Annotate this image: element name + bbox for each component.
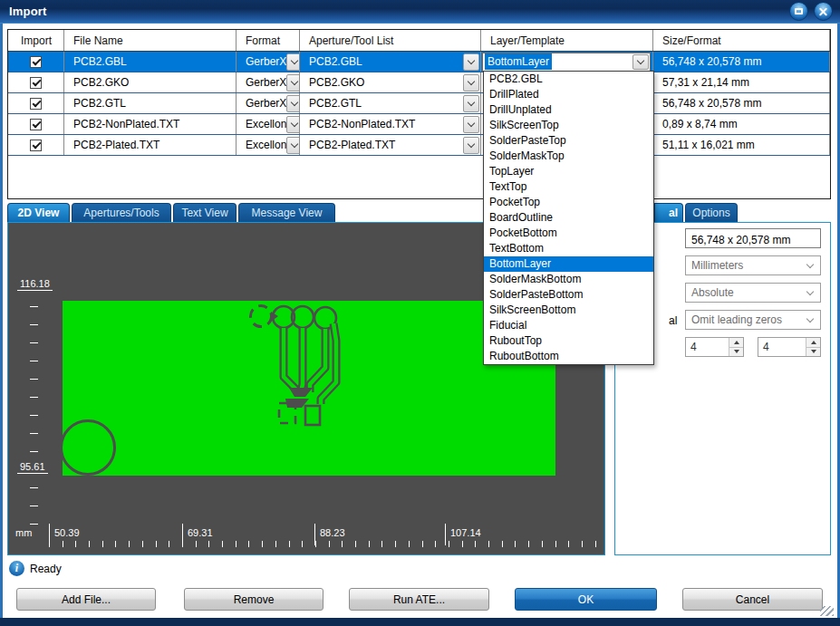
- aperture-value: PCB2.GKO: [300, 76, 364, 89]
- column-header-format[interactable]: Format: [237, 30, 300, 51]
- dropdown-item[interactable]: SilkScreenTop: [484, 118, 653, 133]
- pcb-trace-drawing: [246, 303, 345, 435]
- add-file-button[interactable]: Add File...: [16, 588, 156, 611]
- dropdown-item[interactable]: PocketBottom: [484, 226, 653, 241]
- aperture-dropdown-button[interactable]: [463, 116, 479, 133]
- maximize-icon: [795, 8, 803, 14]
- dropdown-item[interactable]: Fiducial: [484, 318, 653, 333]
- leading-zeros-select[interactable]: Omit leading zeros: [685, 310, 821, 330]
- format-dropdown-button[interactable]: [286, 95, 300, 112]
- dropdown-item[interactable]: SolderPasteBottom: [484, 287, 653, 303]
- dropdown-item[interactable]: SilkScreenBottom: [484, 303, 653, 318]
- column-header-size[interactable]: Size/Format: [653, 30, 830, 51]
- dropdown-item[interactable]: SolderMaskBottom: [484, 272, 653, 287]
- aperture-dropdown-button[interactable]: [463, 74, 479, 91]
- dropdown-item[interactable]: BoardOutline: [484, 210, 653, 226]
- format-dropdown-button[interactable]: [286, 53, 300, 71]
- table-row[interactable]: PCB2-Plated.TXT Excellon PCB2-Plated.TXT…: [8, 135, 830, 156]
- ruler-x-label: 88.23: [320, 527, 345, 538]
- table-row[interactable]: PCB2.GBL GerberX PCB2.GBL BottomLayer 56…: [8, 52, 830, 72]
- tab-text-view[interactable]: Text View: [173, 203, 237, 222]
- info-icon: i: [9, 561, 24, 576]
- dropdown-item[interactable]: RuboutTop: [484, 333, 653, 349]
- import-checkbox[interactable]: [30, 140, 42, 151]
- layer-dropdown-button[interactable]: [632, 54, 649, 70]
- dropdown-item[interactable]: SolderMaskTop: [484, 149, 653, 164]
- aperture-dropdown-button[interactable]: [463, 95, 479, 112]
- format-dropdown-button[interactable]: [286, 116, 300, 133]
- import-checkbox[interactable]: [30, 98, 42, 110]
- file-name: PCB2.GKO: [64, 76, 129, 89]
- tab-options[interactable]: Options: [685, 203, 738, 222]
- dropdown-item[interactable]: TextBottom: [484, 241, 653, 256]
- run-ate-button[interactable]: Run ATE...: [349, 588, 489, 611]
- column-header-layer[interactable]: Layer/Template: [481, 30, 653, 51]
- aperture-value: PCB2-Plated.TXT: [300, 139, 395, 151]
- dropdown-item[interactable]: SolderPasteTop: [484, 133, 653, 149]
- file-name: PCB2-NonPlated.TXT: [64, 118, 179, 130]
- chevron-down-icon: [468, 56, 475, 63]
- ruler-x-minor-ticks: [49, 541, 603, 547]
- stepper-up-icon[interactable]: [729, 338, 743, 348]
- chevron-down-icon: [806, 260, 814, 267]
- column-header-file-name[interactable]: File Name: [64, 30, 237, 51]
- coordinate-mode-select[interactable]: Absolute: [685, 283, 821, 303]
- dropdown-item[interactable]: RuboutBottom: [484, 349, 653, 364]
- import-checkbox[interactable]: [30, 77, 42, 89]
- dropdown-item[interactable]: DrillUnplated: [484, 102, 653, 118]
- column-header-aperture[interactable]: Aperture/Tool List: [300, 30, 481, 51]
- tab-message-view[interactable]: Message View: [238, 203, 335, 222]
- format-value: GerberX: [237, 76, 286, 89]
- aperture-dropdown-button[interactable]: [463, 137, 479, 154]
- dropdown-item[interactable]: TextTop: [484, 179, 653, 195]
- table-row[interactable]: PCB2-NonPlated.TXT Excellon PCB2-NonPlat…: [8, 114, 830, 135]
- size-format-value: 56,748 x 20,578 mm: [653, 55, 761, 68]
- file-name: PCB2.GTL: [64, 97, 126, 110]
- maximize-button[interactable]: [789, 2, 808, 21]
- chevron-down-icon: [291, 56, 298, 63]
- dropdown-item[interactable]: PCB2.GBL: [484, 72, 653, 87]
- tab-apertures-tools[interactable]: Apertures/Tools: [72, 203, 171, 222]
- import-file-table: Import File Name Format Aperture/Tool Li…: [7, 29, 831, 199]
- chevron-down-icon: [291, 140, 298, 147]
- aperture-dropdown-button[interactable]: [463, 53, 479, 71]
- format-value: Excellon: [237, 118, 286, 130]
- aperture-value: PCB2-NonPlated.TXT: [300, 118, 415, 130]
- chevron-down-icon: [468, 119, 475, 126]
- dropdown-item[interactable]: DrillPlated: [484, 87, 653, 102]
- column-header-import[interactable]: Import: [8, 30, 64, 51]
- dropdown-item[interactable]: TopLayer: [484, 164, 653, 179]
- format-value: Excellon: [237, 139, 286, 151]
- tab-general-partial[interactable]: al: [654, 203, 683, 222]
- tab-2d-view[interactable]: 2D View: [7, 203, 70, 222]
- digits-m-stepper[interactable]: 4: [685, 337, 744, 357]
- ruler-y-ticks: [30, 487, 38, 525]
- layer-template-combobox[interactable]: BottomLayer: [482, 53, 651, 72]
- import-checkbox[interactable]: [30, 56, 42, 68]
- digits-n-stepper[interactable]: 4: [758, 337, 821, 357]
- ok-button[interactable]: OK: [515, 588, 657, 611]
- cancel-button[interactable]: Cancel: [682, 588, 823, 611]
- aperture-value: PCB2.GBL: [300, 55, 362, 68]
- ruler-x-label: 69.31: [188, 527, 213, 538]
- dropdown-item[interactable]: PocketTop: [484, 195, 653, 210]
- import-checkbox[interactable]: [30, 119, 42, 130]
- stepper-down-icon[interactable]: [806, 348, 820, 357]
- remove-button[interactable]: Remove: [184, 588, 323, 611]
- window-title: Import: [9, 5, 47, 18]
- chevron-down-icon: [468, 98, 475, 105]
- stepper-up-icon[interactable]: [806, 338, 820, 348]
- table-row[interactable]: PCB2.GKO GerberX PCB2.GKO 57,31 x 21,14 …: [8, 72, 830, 93]
- resize-grip[interactable]: [820, 606, 834, 616]
- format-dropdown-button[interactable]: [286, 74, 300, 91]
- dropdown-item-selected[interactable]: BottomLayer: [484, 256, 653, 272]
- pcb-circle-cutout: [60, 419, 116, 476]
- table-row[interactable]: PCB2.GTL GerberX PCB2.GTL 56,748 x 20,57…: [8, 93, 830, 114]
- ruler-x-label: 107.14: [450, 527, 481, 538]
- size-format-field[interactable]: [685, 228, 821, 248]
- units-select[interactable]: Millimeters: [685, 255, 821, 275]
- stepper-down-icon[interactable]: [729, 348, 743, 357]
- aperture-value: PCB2.GTL: [300, 97, 362, 110]
- close-button[interactable]: [814, 2, 833, 21]
- format-dropdown-button[interactable]: [286, 137, 300, 154]
